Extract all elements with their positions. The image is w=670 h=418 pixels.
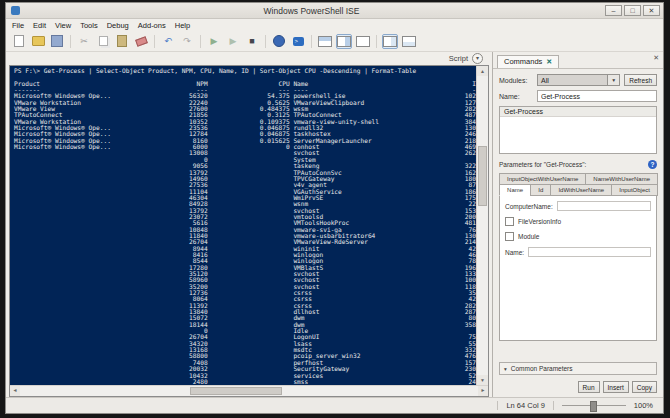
- command-results-list[interactable]: Get-Process: [499, 106, 657, 154]
- console-horizontal-scrollbar[interactable]: ◄ ►: [10, 385, 488, 396]
- close-button[interactable]: ✕: [643, 5, 660, 16]
- scroll-right-icon[interactable]: ►: [478, 386, 488, 396]
- status-divider: [497, 401, 498, 410]
- name-filter-input[interactable]: [537, 90, 657, 102]
- layout-script-right-icon[interactable]: [336, 34, 352, 49]
- layout-script-top-icon[interactable]: [317, 34, 333, 49]
- toolbar-separator: [200, 35, 201, 48]
- menu-bar: FileEditViewToolsDebugAdd-onsHelp: [6, 19, 663, 31]
- vertical-scroll-track[interactable]: [477, 76, 488, 375]
- toolbar-separator: [154, 35, 155, 48]
- scroll-up-icon[interactable]: ▲: [477, 66, 488, 76]
- open-script-icon[interactable]: [30, 34, 46, 49]
- module-label: Module: [518, 233, 539, 240]
- script-expand-icon[interactable]: ▾: [472, 53, 483, 64]
- menu-addons[interactable]: Add-ons: [138, 21, 166, 30]
- toolbar-separator: [311, 35, 312, 48]
- new-remote-powershell-tab-glyph: [273, 35, 285, 47]
- commands-tab-label: Commands: [504, 57, 542, 66]
- horizontal-scroll-track[interactable]: [20, 386, 478, 396]
- window-controls: –□✕: [603, 5, 660, 16]
- vertical-scroll-thumb[interactable]: [478, 146, 487, 206]
- addon-pane-close-icon[interactable]: ✕: [653, 54, 659, 62]
- run-script-icon[interactable]: ▶: [206, 34, 222, 49]
- start-powershell-icon[interactable]: [290, 34, 306, 49]
- layout-script-max-glyph: [356, 36, 370, 47]
- redo-icon[interactable]: ↷: [179, 34, 195, 49]
- horizontal-scroll-thumb[interactable]: [190, 387, 282, 395]
- zoom-slider[interactable]: [562, 405, 626, 406]
- modules-dropdown[interactable]: All ▼: [537, 74, 620, 86]
- chevron-down-icon[interactable]: ▼: [607, 75, 619, 85]
- param-tab-inputobject[interactable]: InputObject: [611, 184, 658, 196]
- undo-icon[interactable]: ↶: [160, 34, 176, 49]
- menu-tools[interactable]: Tools: [80, 21, 98, 30]
- scroll-down-icon[interactable]: ▼: [477, 375, 488, 385]
- menu-view[interactable]: View: [55, 21, 71, 30]
- fileversioninfo-checkbox[interactable]: [505, 217, 514, 226]
- copy-glyph: [99, 36, 108, 46]
- param-tab-idwithusername[interactable]: IdWithUserName: [550, 184, 612, 196]
- menu-debug[interactable]: Debug: [107, 21, 129, 30]
- cursor-position: Ln 64 Col 9: [506, 401, 544, 410]
- app-icon: [11, 6, 20, 15]
- show-command-addon-icon[interactable]: [382, 34, 398, 49]
- new-script-icon[interactable]: [11, 34, 27, 49]
- paste-icon[interactable]: [114, 34, 130, 49]
- menu-edit[interactable]: Edit: [33, 21, 46, 30]
- commands-panel-buttons: RunInsertCopy: [499, 379, 657, 393]
- show-script-pane-icon[interactable]: [401, 34, 417, 49]
- param-tab-id[interactable]: Id: [530, 184, 551, 196]
- stop-operation-icon[interactable]: ■: [244, 34, 260, 49]
- clear-console-glyph: [135, 36, 148, 46]
- copy-icon[interactable]: [95, 34, 111, 49]
- run-button[interactable]: Run: [578, 381, 600, 393]
- toolbar-separator: [376, 35, 377, 48]
- computername-label: ComputerName:: [505, 203, 553, 210]
- commands-tab-close-icon[interactable]: ✕: [546, 58, 552, 66]
- help-icon[interactable]: ?: [648, 160, 657, 169]
- computername-input[interactable]: [557, 201, 651, 211]
- scroll-left-icon[interactable]: ◄: [10, 386, 20, 396]
- layout-script-max-icon[interactable]: [355, 34, 371, 49]
- tab-commands[interactable]: Commands ✕: [497, 55, 559, 68]
- run-selection-icon[interactable]: ▶: [225, 34, 241, 49]
- zoom-level: 100%: [634, 401, 653, 410]
- toolbar: ✂↶↷▶▶■: [6, 31, 663, 52]
- console-vertical-scrollbar[interactable]: ▲ ▼: [476, 66, 488, 385]
- name-filter-label: Name:: [499, 93, 533, 100]
- list-item[interactable]: Get-Process: [500, 107, 656, 117]
- paste-glyph: [117, 35, 127, 47]
- layout-script-top-glyph: [318, 36, 332, 47]
- menu-file[interactable]: File: [12, 21, 24, 30]
- menu-help[interactable]: Help: [175, 21, 190, 30]
- modules-label: Modules:: [499, 77, 533, 84]
- status-bar: Ln 64 Col 9 100%: [6, 397, 663, 413]
- new-remote-powershell-tab-icon[interactable]: [271, 34, 287, 49]
- main-area: Script ▾ PS F:\> Get-Process | Select-Ob…: [6, 52, 663, 397]
- parameter-set-tabs-row2: NameIdIdWithUserNameInputObject: [499, 184, 657, 196]
- minimize-button[interactable]: –: [605, 5, 622, 16]
- name-param-input[interactable]: [528, 247, 651, 257]
- layout-script-right-glyph: [337, 36, 351, 47]
- clear-console-icon[interactable]: [133, 34, 149, 49]
- console-output[interactable]: PS F:\> Get-Process | Select-Object Prod…: [10, 66, 476, 385]
- param-tab-name[interactable]: Name: [499, 184, 531, 196]
- status-divider: [553, 401, 554, 410]
- commands-panel-header: Commands ✕ ✕: [493, 52, 663, 69]
- insert-button[interactable]: Insert: [603, 381, 629, 393]
- cut-icon[interactable]: ✂: [76, 34, 92, 49]
- new-script-glyph: [14, 35, 24, 47]
- toolbar-separator: [70, 35, 71, 48]
- zoom-slider-thumb[interactable]: [590, 401, 597, 412]
- show-script-pane-glyph: [402, 36, 416, 47]
- common-parameters-expander[interactable]: ▾ Common Parameters: [499, 362, 657, 375]
- common-parameters-label: Common Parameters: [511, 365, 573, 372]
- save-script-icon[interactable]: [49, 34, 65, 49]
- copy-button[interactable]: Copy: [632, 381, 657, 393]
- commands-addon-panel: Commands ✕ ✕ Modules: All ▼ Refresh Name…: [492, 52, 663, 397]
- refresh-button[interactable]: Refresh: [624, 74, 657, 86]
- modules-dropdown-value: All: [541, 77, 549, 84]
- module-checkbox[interactable]: [505, 232, 514, 241]
- maximize-button[interactable]: □: [624, 5, 641, 16]
